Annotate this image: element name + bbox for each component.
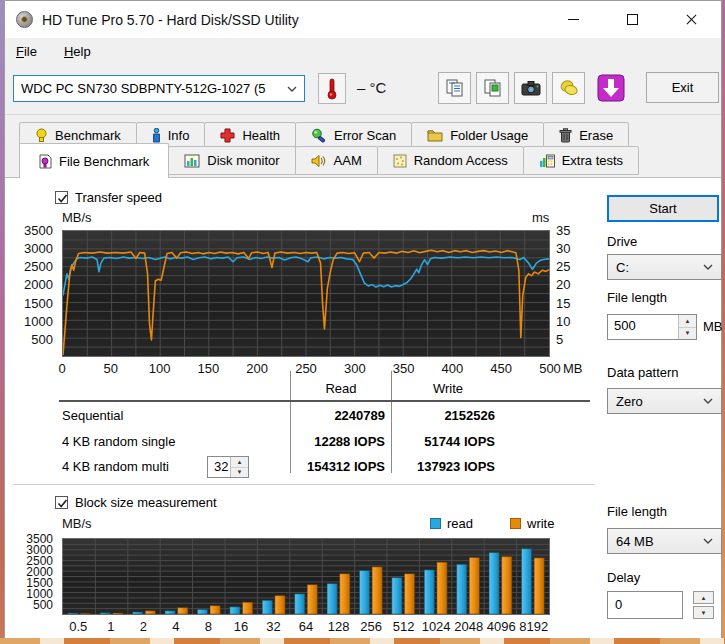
tab-folder-usage[interactable]: Folder Usage <box>411 122 544 148</box>
close-button[interactable] <box>662 1 721 38</box>
tab-random-access[interactable]: Random Access <box>377 146 524 175</box>
start-button[interactable]: Start <box>607 195 719 222</box>
tab-aam[interactable]: AAM <box>295 146 378 175</box>
block-chart-x-labels: 0.512481632641282565121024204840968192 <box>62 619 550 635</box>
screenshot-button[interactable] <box>514 72 547 104</box>
legend-read-swatch <box>430 518 441 529</box>
delay-label: Delay <box>607 570 640 585</box>
window-title: HD Tune Pro 5.70 - Hard Disk/SSD Utility <box>42 12 299 28</box>
block-file-length-value: 64 MB <box>616 534 703 549</box>
drive-dropdown[interactable]: C: <box>607 254 722 280</box>
drive-selector-dropdown[interactable]: WDC PC SN730 SDBPNTY-512G-1027 (5 <box>13 75 305 102</box>
transfer-speed-checkbox[interactable]: Transfer speed <box>55 190 162 205</box>
toolbar: WDC PC SN730 SDBPNTY-512G-1027 (5 – °C <box>5 64 721 114</box>
copy-image-icon <box>483 78 503 98</box>
chevron-down-icon <box>703 538 713 544</box>
sequential-read-value: 2240789 <box>255 408 385 423</box>
file-length-label: File length <box>607 290 667 305</box>
chevron-down-icon <box>703 398 713 404</box>
disk-monitor-icon <box>184 154 200 168</box>
queue-depth-spinner[interactable]: 32 ▲▼ <box>207 456 249 478</box>
desktop-taskbar-strip <box>0 638 725 644</box>
save-results-button[interactable] <box>594 72 627 104</box>
thermometer-icon <box>326 78 338 100</box>
drive-dropdown-value: C: <box>616 260 703 275</box>
spin-down-icon[interactable]: ▼ <box>231 468 248 478</box>
minimize-button[interactable] <box>544 1 603 38</box>
row-label-random-single: 4 KB random single <box>62 434 175 449</box>
row-label-random-multi: 4 KB random multi <box>62 459 169 474</box>
delay-down-button[interactable]: ▼ <box>693 606 714 619</box>
speaker-icon <box>311 154 327 168</box>
transfer-chart-y-left-labels: 500100015002000250030003500 <box>5 230 58 357</box>
info-icon <box>152 128 161 143</box>
spin-up-icon[interactable]: ▲ <box>679 315 696 328</box>
block-chart-y-unit: MB/s <box>62 516 92 531</box>
block-size-chart <box>62 538 550 615</box>
camera-icon <box>521 80 541 96</box>
exit-button[interactable]: Exit <box>646 72 719 103</box>
tab-erase[interactable]: Erase <box>543 122 629 148</box>
copy-text-icon <box>445 78 465 98</box>
tab-error-scan[interactable]: Error Scan <box>295 122 412 148</box>
transfer-chart-y-right-labels: 5101520253035 <box>552 230 582 357</box>
transfer-chart-x-labels: 050100150200250300350400450500MB <box>62 361 550 377</box>
hands-icon <box>559 79 579 97</box>
write-column-header: Write <box>392 381 504 396</box>
spin-up-icon[interactable]: ▲ <box>231 457 248 468</box>
drive-label: Drive <box>607 234 637 249</box>
tab-file-benchmark[interactable]: File Benchmark <box>19 143 169 178</box>
download-arrow-icon <box>597 74 625 102</box>
maximize-button[interactable] <box>603 1 662 38</box>
temperature-button[interactable] <box>318 73 346 104</box>
tab-disk-monitor[interactable]: Disk monitor <box>168 146 295 175</box>
file-length-spinner[interactable]: 500 ▲▼ <box>607 314 697 340</box>
legend-write-swatch <box>510 518 521 529</box>
random-single-write-value: 51744 IOPS <box>397 434 495 449</box>
row-label-sequential: Sequential <box>62 408 123 423</box>
chevron-down-icon <box>287 86 297 92</box>
delay-up-button[interactable]: ▲ <box>693 591 714 604</box>
checkbox-checked-icon <box>55 191 68 204</box>
legend-write-label: write <box>527 516 554 531</box>
magnifier-icon <box>311 128 327 143</box>
random-single-read-value: 12288 IOPS <box>255 434 385 449</box>
file-length-unit: MB <box>703 319 723 334</box>
chevron-down-icon <box>703 264 713 270</box>
block-chart-y-labels: 500100015002000250030003500 <box>5 538 58 615</box>
titlebar: HD Tune Pro 5.70 - Hard Disk/SSD Utility <box>5 1 721 38</box>
bulb-icon <box>35 128 48 143</box>
data-pattern-value: Zero <box>616 394 703 409</box>
spin-down-icon[interactable]: ▼ <box>679 328 696 340</box>
block-file-length-dropdown[interactable]: 64 MB <box>607 528 722 554</box>
data-pattern-label: Data pattern <box>607 365 679 380</box>
minimize-icon <box>568 19 579 20</box>
temperature-value: – °C <box>357 79 386 96</box>
donate-button[interactable] <box>552 72 585 104</box>
maximize-icon <box>627 14 638 25</box>
tab-health[interactable]: Health <box>204 122 296 148</box>
copy-text-button[interactable] <box>438 72 471 104</box>
delay-input[interactable]: 0 <box>607 591 683 619</box>
data-pattern-dropdown[interactable]: Zero <box>607 388 722 414</box>
copy-image-button[interactable] <box>476 72 509 104</box>
folder-icon <box>427 128 443 142</box>
close-icon <box>686 14 697 25</box>
transfer-speed-chart <box>62 230 550 357</box>
y-axis-unit-mbs: MB/s <box>62 210 92 225</box>
checkbox-checked-icon <box>55 496 68 509</box>
random-multi-write-value: 137923 IOPS <box>397 459 495 474</box>
block-size-checkbox[interactable]: Block size measurement <box>55 495 217 510</box>
menu-file[interactable]: File <box>16 44 37 59</box>
legend-read-label: read <box>447 516 473 531</box>
random-multi-read-value: 154312 IOPS <box>255 459 385 474</box>
drive-selector-value: WDC PC SN730 SDBPNTY-512G-1027 (5 <box>21 81 287 96</box>
file-benchmark-icon <box>39 154 52 169</box>
read-column-header: Read <box>291 381 391 396</box>
app-icon <box>16 11 33 28</box>
hdtune-window: HD Tune Pro 5.70 - Hard Disk/SSD Utility… <box>4 0 722 638</box>
menu-help[interactable]: Help <box>64 44 91 59</box>
tab-extra-tests[interactable]: Extra tests <box>523 146 639 175</box>
section-separator <box>13 484 595 488</box>
block-file-length-label: File length <box>607 504 667 519</box>
